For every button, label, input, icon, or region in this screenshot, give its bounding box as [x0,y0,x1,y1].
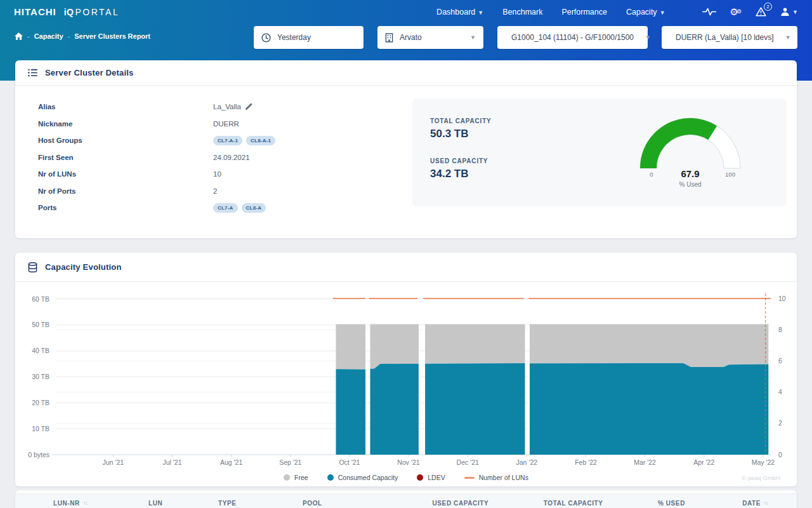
legend-item-free[interactable]: Free [284,474,308,481]
legend-swatch [327,474,334,481]
used-capacity-value: 34.2 TB [430,168,492,180]
breadcrumb-capacity[interactable]: Capacity [34,32,63,40]
sub-header-row: - Capacity - Server Clusters Report Yest… [0,26,812,49]
vendor-watermark: © peaq GmbH [742,474,780,481]
storage-system-filter[interactable]: G1000_104 (11104) - G/F1000/1500 ▼ [497,26,648,49]
legend-label: LDEV [428,474,445,481]
database-icon [28,262,37,272]
brand-logo[interactable]: HITACHI iQPORTAL [14,6,119,17]
breadcrumb-current-page: Server Clusters Report [74,32,150,40]
svg-text:Nov '21: Nov '21 [397,458,419,466]
svg-text:100: 100 [725,171,735,178]
svg-text:Jan '22: Jan '22 [516,458,538,466]
nav-items: Dashboard▼ Benchmark Performance Capacit… [436,7,798,17]
svg-text:Oct '21: Oct '21 [339,458,360,466]
details-card-header: Server Cluster Details [15,60,797,86]
clock-icon [261,33,271,43]
nr-of-ports-value: 2 [213,187,217,195]
column-header-used-capacity: USED CAPACITY [404,500,517,507]
port-badge: CL7-A [213,203,238,213]
nav-icon-group: ⚙⚙ 2 ▼ [702,7,798,17]
edit-alias-icon[interactable] [245,103,252,110]
nav-benchmark[interactable]: Benchmark [502,8,542,17]
evolution-card-title: Capacity Evolution [45,262,122,272]
column-header-pool: POOL [303,500,404,507]
server-cluster-details-card: Server Cluster Details Alias La_Valla Ni… [15,60,797,238]
svg-text:Dec '21: Dec '21 [457,458,479,466]
svg-text:10: 10 [778,295,786,302]
svg-text:0: 0 [650,171,653,178]
svg-text:May '22: May '22 [752,458,775,466]
legend-label: Free [294,474,308,481]
svg-text:6: 6 [778,357,782,364]
used-capacity-label: USED CAPACITY [430,157,492,164]
chart-legend: FreeConsumed CapacityLDEVNumber of LUNs [15,470,797,485]
nav-performance[interactable]: Performance [561,8,607,17]
svg-text:60 TB: 60 TB [32,295,49,303]
legend-swatch [464,477,475,479]
home-icon[interactable] [15,32,23,40]
svg-text:Mar '22: Mar '22 [634,458,656,466]
sort-icon: ↑↓ [764,500,768,506]
nav-dashboard[interactable]: Dashboard▼ [436,8,483,17]
hitachi-logo: HITACHI [14,6,56,17]
time-range-value: Yesterday [277,33,311,42]
column-header-total-capacity: TOTAL CAPACITY [517,500,630,507]
svg-text:Aug '21: Aug '21 [220,458,242,466]
legend-swatch [284,474,290,481]
breadcrumb-separator: - [68,32,70,40]
server-cluster-value: DUERR (La_Valla) [10 ldevs] [676,33,774,42]
legend-label: Consumed Capacity [338,474,398,481]
svg-text:8: 8 [778,326,782,333]
legend-item-consumed-capacity[interactable]: Consumed Capacity [327,474,398,481]
server-cluster-filter[interactable]: DUERR (La_Valla) [10 ldevs] ▼ [662,26,797,49]
breadcrumb: - Capacity - Server Clusters Report [15,32,150,40]
customer-filter[interactable]: Arvato ▼ [377,26,483,49]
column-header-lun-nr[interactable]: LUN-NR↑↓ [53,500,148,507]
svg-text:Feb '22: Feb '22 [575,458,597,466]
svg-text:Jul '21: Jul '21 [162,458,181,466]
chevron-down-icon: ▼ [792,9,798,15]
alias-value: La_Valla [213,103,241,110]
user-menu-icon[interactable]: ▼ [780,7,798,17]
column-header-type: TYPE [218,500,303,507]
percent-used-gauge: 0 100 67.9 % Used [617,100,763,190]
chevron-down-icon: ▼ [478,10,483,16]
host-group-badge: CL7-A-1 [213,136,242,145]
svg-text:0: 0 [778,451,782,458]
settings-gears-icon[interactable]: ⚙⚙ [730,7,742,17]
nr-of-luns-value: 10 [213,170,221,178]
list-icon [28,69,37,77]
legend-item-number-of-luns[interactable]: Number of LUNs [464,474,528,481]
total-capacity-value: 50.3 TB [430,128,492,140]
filter-bar: Yesterday Arvato ▼ G1000_104 (11104) - G… [254,26,797,49]
capacity-evolution-card: Capacity Evolution Jun '21Jul '21Aug '21… [15,253,797,486]
details-card-title: Server Cluster Details [45,68,134,77]
storage-system-value: G1000_104 (11104) - G/F1000/1500 [511,33,634,42]
port-badge: CL8-A [242,203,266,213]
column-header-date[interactable]: DATE↑↓ [713,500,797,507]
column-header-lun: LUN [148,500,218,507]
customer-value: Arvato [400,33,422,42]
column-header-percent-used: % USED [630,500,714,507]
total-capacity-label: TOTAL CAPACITY [430,117,492,124]
legend-item-ldev[interactable]: LDEV [417,474,445,481]
activity-pulse-icon[interactable] [702,7,716,17]
legend-swatch [417,474,423,481]
product-logo: iQPORTAL [64,7,120,17]
time-range-filter[interactable]: Yesterday [254,26,363,49]
sort-icon: ↑↓ [83,500,87,506]
capacity-evolution-chart: Jun '21Jul '21Aug '21Sep '21Oct '21Nov '… [15,282,797,470]
chevron-down-icon: ▼ [660,10,665,16]
chevron-down-icon: ▼ [640,34,651,41]
host-group-badge: CL8-A-1 [246,136,275,145]
svg-text:67.9: 67.9 [681,168,699,179]
alert-count-badge: 2 [764,3,772,11]
nav-capacity[interactable]: Capacity▼ [626,8,665,17]
chevron-down-icon: ▼ [465,34,476,41]
building-icon [385,33,393,43]
alerts-icon[interactable]: 2 [756,7,766,17]
navbar: HITACHI iQPORTAL Dashboard▼ Benchmark Pe… [0,0,812,23]
lun-table-header: LUN-NR↑↓ LUN TYPE POOL USED CAPACITY TOT… [15,493,797,508]
svg-text:30 TB: 30 TB [32,373,49,380]
